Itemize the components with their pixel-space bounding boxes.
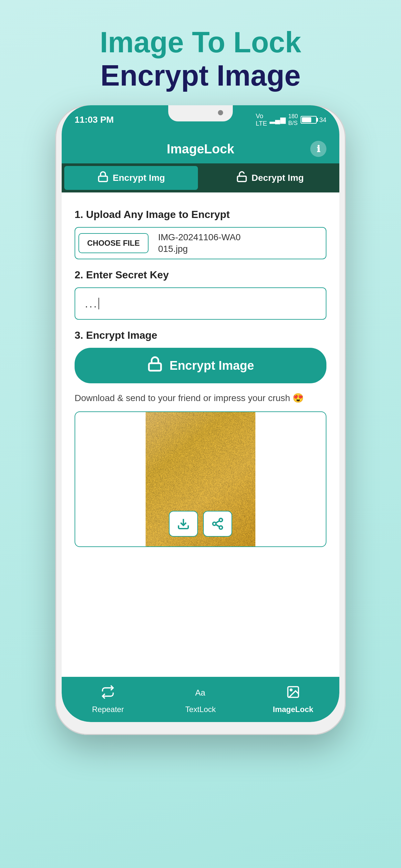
svg-point-6 bbox=[219, 526, 222, 529]
notch bbox=[168, 105, 233, 121]
file-name-display: IMG-20241106-WA0 015.jpg bbox=[152, 231, 247, 255]
decrypt-tab-icon bbox=[236, 171, 248, 185]
result-description: Download & send to your friend or impres… bbox=[74, 392, 327, 405]
app-header: ImageLock ℹ bbox=[62, 134, 339, 163]
imagelock-icon bbox=[286, 685, 300, 702]
svg-line-8 bbox=[216, 521, 219, 523]
textlock-icon: Aa bbox=[193, 685, 208, 702]
encrypt-button-icon bbox=[147, 356, 163, 375]
nav-repeater[interactable]: Repeater bbox=[62, 685, 154, 714]
page-title-line1: Image To Lock bbox=[100, 26, 301, 59]
battery-percent: 34 bbox=[319, 116, 327, 124]
image-action-buttons bbox=[169, 511, 232, 537]
status-bar: 11:03 PM VoLTE ▂▄▆ 180B/S 34 bbox=[62, 105, 339, 134]
app-content: 1. Upload Any Image to Encrypt CHOOSE FI… bbox=[62, 192, 339, 677]
encrypted-image-preview bbox=[74, 411, 327, 547]
svg-rect-0 bbox=[99, 176, 107, 182]
phone-inner: 11:03 PM VoLTE ▂▄▆ 180B/S 34 ImageLock ℹ bbox=[62, 105, 339, 722]
svg-rect-1 bbox=[238, 176, 246, 182]
step3-label: 3. Encrypt Image bbox=[74, 330, 327, 341]
encrypt-tab-label: Encrypt Img bbox=[113, 173, 165, 183]
svg-point-11 bbox=[290, 689, 292, 691]
app-name: ImageLock bbox=[167, 142, 235, 156]
encrypt-button-label: Encrypt Image bbox=[169, 359, 254, 373]
encrypt-tab-icon bbox=[97, 171, 109, 185]
svg-rect-2 bbox=[149, 363, 161, 371]
encrypt-button[interactable]: Encrypt Image bbox=[74, 348, 327, 383]
signal-icon: VoLTE bbox=[256, 113, 267, 127]
page-header: Image To Lock Encrypt Image bbox=[100, 0, 301, 92]
page-title-line2: Encrypt Image bbox=[100, 59, 301, 92]
svg-point-5 bbox=[213, 522, 216, 525]
step1-label: 1. Upload Any Image to Encrypt bbox=[74, 209, 327, 221]
choose-file-button[interactable]: CHOOSE FILE bbox=[79, 233, 149, 253]
nav-textlock[interactable]: Aa TextLock bbox=[154, 685, 247, 714]
file-input-row[interactable]: CHOOSE FILE IMG-20241106-WA0 015.jpg bbox=[74, 227, 327, 259]
tab-encrypt[interactable]: Encrypt Img bbox=[64, 166, 198, 190]
svg-line-7 bbox=[216, 525, 219, 527]
status-icons: VoLTE ▂▄▆ 180B/S 34 bbox=[256, 113, 327, 127]
secret-key-input[interactable]: ... bbox=[74, 287, 327, 320]
download-button[interactable] bbox=[169, 511, 198, 537]
bars-icon: ▂▄▆ bbox=[270, 116, 286, 124]
svg-text:Aa: Aa bbox=[195, 688, 206, 697]
nav-imagelock[interactable]: ImageLock bbox=[247, 685, 339, 714]
info-icon: ℹ bbox=[317, 144, 320, 154]
nav-imagelock-label: ImageLock bbox=[273, 705, 313, 714]
decrypt-tab-label: Decrypt Img bbox=[251, 173, 304, 183]
svg-point-4 bbox=[219, 518, 222, 522]
encrypt-decrypt-tabs: Encrypt Img Decrypt Img bbox=[62, 163, 339, 192]
phone-frame: 11:03 PM VoLTE ▂▄▆ 180B/S 34 ImageLock ℹ bbox=[55, 105, 346, 735]
notch-camera bbox=[218, 110, 223, 115]
status-time: 11:03 PM bbox=[74, 115, 114, 125]
battery-icon bbox=[301, 116, 317, 124]
step2-label: 2. Enter Secret Key bbox=[74, 269, 327, 281]
nav-textlock-label: TextLock bbox=[185, 705, 216, 714]
bottom-nav: Repeater Aa TextLock Imag bbox=[62, 677, 339, 722]
nav-repeater-label: Repeater bbox=[92, 705, 124, 714]
tab-decrypt[interactable]: Decrypt Img bbox=[203, 166, 337, 190]
speed-icon: 180B/S bbox=[288, 113, 298, 127]
repeater-icon bbox=[101, 685, 115, 702]
info-button[interactable]: ℹ bbox=[310, 141, 327, 157]
share-button[interactable] bbox=[203, 511, 232, 537]
